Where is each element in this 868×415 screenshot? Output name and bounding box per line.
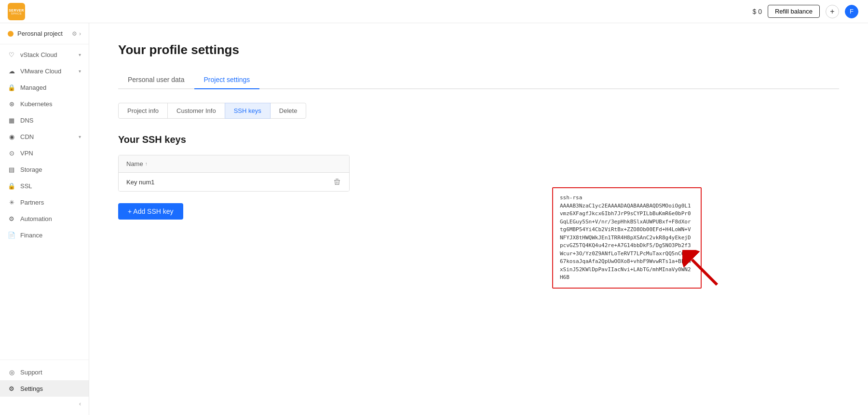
tabs-level1: Personal user data Project settings (118, 71, 839, 89)
ssh-key-popup: ssh-rsa AAAAB3NzaC1yc2EAAAADAQABAAABAQDS… (552, 187, 702, 289)
sidebar-label: vStack Cloud (20, 51, 57, 58)
sidebar-item-automation[interactable]: ⚙ Automation (0, 210, 89, 227)
sidebar-nav: ♡ vStack Cloud ▾ ☁ VMware Cloud ▾ 🔒 Mana… (0, 44, 89, 245)
tab-ssh-keys[interactable]: SSH keys (225, 103, 271, 119)
main-content: Your profile settings Personal user data… (89, 23, 868, 415)
sidebar: Perosnal project ⚙ › ♡ vStack Cloud ▾ ☁ … (0, 23, 89, 415)
page-title: Your profile settings (118, 42, 839, 57)
collapse-icon: ‹ (79, 401, 81, 407)
chevron-down-icon: ▾ (79, 52, 81, 57)
top-header: SERVER SPACE $ 0 Refill balance + F (0, 0, 868, 23)
finance-icon: 📄 (8, 231, 15, 239)
sidebar-item-partners[interactable]: ✳ Partners (0, 194, 89, 210)
automation-icon: ⚙ (8, 215, 15, 222)
sidebar-label: Automation (20, 215, 52, 222)
refill-balance-button[interactable]: Refill balance (768, 5, 820, 18)
sidebar-item-settings[interactable]: ⚙ Settings (0, 380, 89, 397)
settings-gear-icon[interactable]: ⚙ (72, 30, 77, 37)
logo-box: SERVER SPACE (8, 3, 25, 20)
sidebar-label: Storage (20, 166, 42, 173)
svg-rect-1 (336, 179, 339, 180)
sidebar-item-finance[interactable]: 📄 Finance (0, 227, 89, 243)
chevron-down-icon: ▾ (79, 69, 81, 74)
ssh-section-title: Your SSH keys (118, 134, 839, 145)
project-dot (8, 31, 14, 37)
k8s-icon: ⊛ (8, 100, 15, 108)
sidebar-item-support[interactable]: ◎ Support (0, 364, 89, 380)
tab-personal-user-data[interactable]: Personal user data (118, 71, 194, 89)
sidebar-project[interactable]: Perosnal project ⚙ › (0, 23, 89, 44)
sidebar-label: VPN (20, 150, 33, 157)
user-avatar-button[interactable]: F (845, 5, 858, 18)
sidebar-item-managed[interactable]: 🔒 Managed (0, 79, 89, 96)
ssh-table-header: Name ↑ (119, 155, 349, 173)
sidebar-label: DNS (20, 117, 33, 124)
sidebar-item-kubernetes[interactable]: ⊛ Kubernetes (0, 96, 89, 112)
tabs-level2: Project info Customer Info SSH keys Dele… (118, 103, 839, 119)
add-icon-button[interactable]: + (826, 5, 839, 18)
sidebar-label: VMware Cloud (20, 68, 61, 75)
sidebar-item-vmware[interactable]: ☁ VMware Cloud ▾ (0, 63, 89, 79)
plus-icon: + (830, 8, 834, 15)
settings-icon: ⚙ (8, 385, 15, 392)
vpn-icon: ⊙ (8, 149, 15, 157)
project-name: Perosnal project (17, 30, 68, 37)
partners-icon: ✳ (8, 198, 15, 206)
user-initial: F (850, 8, 854, 15)
ssh-keys-table: Name ↑ Key num1 (118, 155, 350, 192)
add-ssh-key-button[interactable]: + Add SSH key (118, 203, 183, 220)
logo-sub: SPACE (9, 12, 24, 15)
delete-ssh-key-button[interactable] (333, 178, 341, 186)
support-icon: ◎ (8, 368, 15, 376)
name-column-header: Name (126, 160, 143, 167)
ssh-key-row: Key num1 (119, 173, 349, 191)
tab-delete[interactable]: Delete (270, 103, 307, 119)
tab-project-info[interactable]: Project info (118, 103, 168, 119)
project-icons: ⚙ › (72, 30, 81, 37)
sort-ascending-icon: ↑ (145, 161, 148, 166)
chevron-down-icon: ▾ (79, 134, 81, 139)
cloud-icon: ♡ (8, 51, 15, 58)
tab-project-settings[interactable]: Project settings (194, 71, 260, 89)
ssh-key-content: ssh-rsa AAAAB3NzaC1yc2EAAAADAQABAAABAQDS… (560, 194, 691, 280)
chevron-right-icon[interactable]: › (79, 30, 81, 37)
sidebar-bottom: ◎ Support ⚙ Settings ‹ (0, 360, 89, 415)
sidebar-label: Managed (20, 84, 46, 91)
managed-icon: 🔒 (8, 83, 15, 91)
sidebar-label: CDN (20, 133, 34, 140)
ssl-icon: 🔒 (8, 182, 15, 190)
logo-main: SERVER (9, 9, 24, 12)
sidebar-label: Partners (20, 199, 44, 206)
logo: SERVER SPACE (8, 0, 25, 23)
sidebar-item-storage[interactable]: ▤ Storage (0, 161, 89, 178)
sidebar-label: Support (20, 369, 42, 376)
sidebar-item-ssl[interactable]: 🔒 SSL (0, 178, 89, 194)
tab-customer-info[interactable]: Customer Info (167, 103, 225, 119)
sidebar-label: Settings (20, 385, 43, 392)
sidebar-collapse-button[interactable]: ‹ (0, 397, 89, 411)
sidebar-item-cdn[interactable]: ◉ CDN ▾ (0, 128, 89, 145)
sidebar-item-vpn[interactable]: ⊙ VPN (0, 145, 89, 161)
svg-line-5 (692, 260, 717, 285)
sidebar-label: SSL (20, 182, 32, 190)
cdn-icon: ◉ (8, 133, 15, 140)
storage-icon: ▤ (8, 166, 15, 173)
sidebar-label: Kubernetes (20, 100, 53, 108)
sidebar-item-vstack[interactable]: ♡ vStack Cloud ▾ (0, 46, 89, 63)
balance-display: $ 0 (752, 8, 761, 15)
dns-icon: ▦ (8, 116, 15, 124)
annotation-arrow (682, 250, 721, 289)
sidebar-label: Finance (20, 232, 42, 239)
sidebar-item-dns[interactable]: ▦ DNS (0, 112, 89, 128)
cloud2-icon: ☁ (8, 67, 15, 75)
ssh-key-name: Key num1 (126, 179, 333, 186)
